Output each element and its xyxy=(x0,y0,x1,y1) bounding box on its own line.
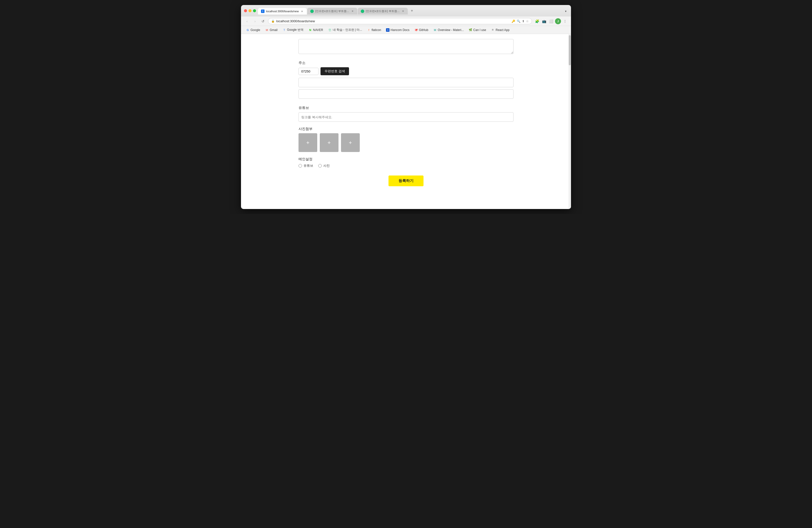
refresh-button[interactable]: ↺ xyxy=(260,18,266,24)
back-button[interactable]: ‹ xyxy=(244,18,250,24)
tab-list-button[interactable]: ▾ xyxy=(564,8,568,15)
bookmark-github[interactable]: 🐙 GitHub xyxy=(412,28,430,32)
submit-button[interactable]: 등록하기 xyxy=(389,176,423,186)
bookmark-translate[interactable]: T Google 번역 xyxy=(280,27,305,33)
photo-upload-row: + + + xyxy=(299,133,513,152)
tab-favicon-inflearn2 xyxy=(361,10,364,13)
tab-title-inflearn1: [인프런x코드캠프] 부트캠프에서 민... xyxy=(315,9,349,13)
bookmark-label-hancom: Hancom Docs xyxy=(391,28,409,32)
photo-upload-box-3[interactable]: + xyxy=(341,133,360,152)
zipcode-search-button[interactable]: 우편번호 검색 xyxy=(320,67,349,75)
bookmarks-bar: G Google M Gmail T Google 번역 N NAVER 인 내… xyxy=(241,26,571,34)
form-section: 주소 우편번호 검색 유튜브 xyxy=(299,34,513,186)
bookmark-label-caniuse: Can I use xyxy=(473,28,486,32)
radio-photo-input[interactable] xyxy=(318,164,322,167)
split-button[interactable]: ⬜ xyxy=(548,18,554,24)
material-favicon: M xyxy=(433,28,437,32)
star-icon[interactable]: ☆ xyxy=(526,19,529,23)
address-bar: ‹ › ↺ 🔒 localhost:3000/boards/new 🔑 🔍 ⬆ … xyxy=(241,16,571,26)
bookmark-inflearn[interactable]: 인 내 학습 - 인프런 | 마... xyxy=(326,27,364,33)
bookmark-label-google: Google xyxy=(250,28,260,32)
bookmark-label-material: Overview - Materi... xyxy=(438,28,464,32)
tab-favicon-localhost: l xyxy=(261,10,264,13)
photo-section: 사진첨부 + + + xyxy=(299,127,513,152)
address1-input[interactable] xyxy=(299,78,513,87)
cast-button[interactable]: 📺 xyxy=(541,18,547,24)
naver-favicon: N xyxy=(308,28,312,32)
bookmark-naver[interactable]: N NAVER xyxy=(306,28,325,32)
key-icon: 🔑 xyxy=(511,19,515,23)
tabs-container: l localhost:3000/boards/new ✕ [인프런x코드캠프]… xyxy=(258,7,568,15)
address-text: localhost:3000/boards/new xyxy=(276,19,510,23)
form-container: 주소 우편번호 검색 유튜브 xyxy=(293,34,519,196)
tab-title-localhost: localhost:3000/boards/new xyxy=(266,10,299,13)
tab-inflearn-1[interactable]: [인프런x코드캠프] 부트캠프에서 민... ✕ xyxy=(307,8,357,15)
youtube-input[interactable] xyxy=(299,112,513,122)
bookmark-caniuse[interactable]: 🌿 Can I use xyxy=(467,28,488,32)
description-textarea[interactable] xyxy=(299,39,513,54)
flaticon-favicon: f xyxy=(367,28,371,32)
github-favicon: 🐙 xyxy=(415,28,418,32)
scrollbar-thumb xyxy=(569,35,571,65)
page-wrapper: 주소 우편번호 검색 유튜브 xyxy=(241,34,571,209)
bookmark-label-flaticon: flaticon xyxy=(372,28,381,32)
maximize-window-button[interactable] xyxy=(253,9,256,12)
youtube-label: 유튜브 xyxy=(299,106,513,110)
scrollbar[interactable] xyxy=(568,34,571,209)
traffic-lights xyxy=(244,9,256,12)
page-content: 주소 우편번호 검색 유튜브 xyxy=(241,34,571,209)
photo-upload-box-1[interactable]: + xyxy=(299,133,317,152)
new-tab-button[interactable]: + xyxy=(408,7,416,15)
zipcode-row: 우편번호 검색 xyxy=(299,67,513,75)
submit-row: 등록하기 xyxy=(299,176,513,186)
bookmark-flaticon[interactable]: f flaticon xyxy=(365,28,383,32)
reactapp-favicon: ⚛ xyxy=(491,28,494,32)
photo-upload-box-2[interactable]: + xyxy=(320,133,338,152)
bookmark-google[interactable]: G Google xyxy=(244,28,262,32)
address-input-container[interactable]: 🔒 localhost:3000/boards/new 🔑 🔍 ⬆ ☆ xyxy=(268,18,532,24)
bookmark-material[interactable]: M Overview - Materi... xyxy=(431,28,466,32)
caniuse-favicon: 🌿 xyxy=(469,28,472,32)
radio-youtube-input[interactable] xyxy=(299,164,302,167)
bookmark-label-github: GitHub xyxy=(419,28,428,32)
address-section: 주소 우편번호 검색 xyxy=(299,61,513,101)
profile-button[interactable]: J xyxy=(555,18,561,24)
address-bar-icons: 🔑 🔍 ⬆ ☆ xyxy=(511,19,529,23)
bookmark-hancom[interactable]: D Hancom Docs xyxy=(384,28,411,32)
tab-close-inflearn2[interactable]: ✕ xyxy=(401,10,405,13)
lock-icon: 🔒 xyxy=(271,19,275,23)
radio-photo-label[interactable]: 사진 xyxy=(318,163,330,168)
inflearn-favicon: 인 xyxy=(328,28,332,32)
bookmark-label-inflearn: 내 학습 - 인프런 | 마... xyxy=(333,28,362,32)
radio-photo-text: 사진 xyxy=(323,163,330,168)
radio-youtube-label[interactable]: 유튜브 xyxy=(299,163,313,168)
bookmark-reactapp[interactable]: ⚛ React App xyxy=(489,28,511,32)
photo-label: 사진첨부 xyxy=(299,127,513,131)
translate-favicon: T xyxy=(282,28,286,32)
radio-group: 유튜브 사진 xyxy=(299,163,513,168)
bookmark-label-gmail: Gmail xyxy=(270,28,277,32)
minimize-window-button[interactable] xyxy=(248,9,251,12)
search-icon: 🔍 xyxy=(517,19,521,23)
bookmark-label-translate: Google 번역 xyxy=(287,28,304,32)
extensions-button[interactable]: 🧩 xyxy=(534,18,540,24)
bookmark-label-reactapp: React App xyxy=(495,28,509,32)
tab-close-localhost[interactable]: ✕ xyxy=(300,10,304,13)
close-window-button[interactable] xyxy=(244,9,247,12)
hancom-favicon: D xyxy=(386,28,390,32)
forward-button[interactable]: › xyxy=(252,18,258,24)
share-icon: ⬆ xyxy=(522,19,524,23)
gmail-favicon: M xyxy=(265,28,269,32)
tab-close-inflearn1[interactable]: ✕ xyxy=(351,10,354,13)
zipcode-input[interactable] xyxy=(299,68,319,75)
address2-input[interactable] xyxy=(299,89,513,99)
tab-favicon-inflearn1 xyxy=(310,10,314,13)
tab-localhost[interactable]: l localhost:3000/boards/new ✕ xyxy=(258,8,307,15)
address-label: 주소 xyxy=(299,61,513,65)
radio-youtube-text: 유튜브 xyxy=(304,163,313,168)
bookmark-gmail[interactable]: M Gmail xyxy=(263,28,279,32)
tab-inflearn-2[interactable]: [인프런x코드캠프] 부트캠프에서 민... ✕ xyxy=(358,8,408,15)
menu-button[interactable]: ⋮ xyxy=(562,18,568,24)
google-favicon: G xyxy=(246,28,249,32)
toolbar-icons: 🧩 📺 ⬜ J ⋮ xyxy=(534,18,568,24)
